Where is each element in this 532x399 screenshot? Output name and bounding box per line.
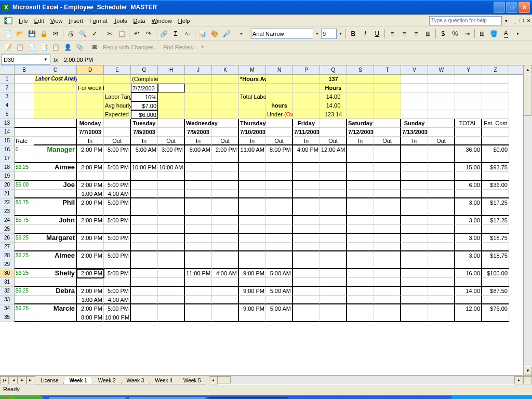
total-cell[interactable]: 3.00 [455,216,482,225]
cell[interactable] [347,110,374,119]
time-cell[interactable] [212,225,239,234]
time-cell[interactable] [374,278,401,287]
help-search-input[interactable] [429,16,502,25]
time-cell[interactable] [293,313,320,322]
menu-view[interactable]: View [47,17,66,25]
reviewing-dropdown[interactable]: ▼ [201,45,204,49]
cell[interactable] [293,101,320,110]
time-cell[interactable] [212,216,239,225]
cell[interactable] [212,101,239,110]
time-cell[interactable] [158,304,185,313]
grid-body[interactable]: 1Labor Cost Analysis(Complete the boxes … [0,75,523,322]
time-cell[interactable] [131,313,158,322]
cell[interactable] [347,84,374,92]
time-cell[interactable] [320,198,347,207]
time-cell[interactable] [347,234,374,243]
time-cell[interactable]: 1:00 AM [77,190,104,198]
time-cell[interactable] [77,154,104,163]
in-header[interactable]: In [239,137,266,145]
worksheet-tab-week-2[interactable]: Week 2 [92,377,122,384]
fontcolor-button[interactable]: A [500,28,512,39]
time-cell[interactable]: 8:00 AM [185,145,212,154]
indent-button[interactable]: ⇥ [461,28,473,39]
fontsize-selector[interactable] [321,29,337,39]
row-header-23[interactable]: 23 [0,207,15,216]
cell[interactable] [266,92,293,101]
select-all-corner[interactable] [0,65,15,74]
column-header-J[interactable]: J [185,65,212,74]
cell[interactable] [34,154,77,163]
time-cell[interactable] [320,304,347,313]
mdi-restore[interactable]: ❐ [520,18,524,23]
cell[interactable] [15,278,34,287]
out-header[interactable]: Out [374,137,401,145]
cell[interactable] [77,101,104,110]
time-cell[interactable] [347,313,374,322]
cell[interactable] [455,313,482,322]
time-cell[interactable] [374,234,401,243]
date-header[interactable]: 7/12/2003 [347,128,374,137]
time-cell[interactable] [401,313,428,322]
time-cell[interactable] [158,190,185,198]
row-header-19[interactable]: 19 [0,172,15,181]
cell[interactable] [15,119,34,128]
day-header[interactable]: Saturday [347,119,374,128]
time-cell[interactable] [320,190,347,198]
time-cell[interactable] [293,225,320,234]
time-cell[interactable] [401,216,428,225]
cost-cell[interactable]: $75.00 [482,304,509,313]
date-header[interactable]: 7/9/2003 [185,128,212,137]
rate-cell[interactable]: $6.00 [15,181,34,190]
time-cell[interactable]: 5:00 PM [104,304,131,313]
rate-cell[interactable]: $6.25 [15,234,34,243]
column-header-Y[interactable]: Y [455,65,482,74]
time-cell[interactable] [428,278,455,287]
cell[interactable] [482,84,509,92]
cell[interactable] [482,75,509,84]
time-cell[interactable] [158,278,185,287]
row-header-25[interactable]: 25 [0,225,15,234]
cell[interactable] [428,92,455,101]
time-cell[interactable] [212,234,239,243]
time-cell[interactable] [401,251,428,260]
time-cell[interactable] [428,190,455,198]
time-cell[interactable] [401,172,428,181]
tab-last-button[interactable]: ▸| [26,376,35,384]
cell[interactable] [293,84,320,92]
time-cell[interactable] [374,313,401,322]
italic-button[interactable]: I [360,28,371,39]
fillcolor-button[interactable]: 🪣 [488,28,500,39]
cell[interactable] [401,84,428,92]
time-cell[interactable] [212,181,239,190]
cell[interactable] [212,84,239,92]
email-button[interactable]: ✉ [50,28,61,39]
time-cell[interactable] [401,163,428,172]
time-cell[interactable] [428,313,455,322]
time-cell[interactable] [104,172,131,181]
column-header-E[interactable]: E [104,65,131,74]
time-cell[interactable] [158,216,185,225]
time-cell[interactable]: 2:00 PM [77,234,104,243]
time-cell[interactable] [293,269,320,278]
cell[interactable] [15,243,34,251]
time-cell[interactable] [239,216,266,225]
time-cell[interactable] [239,190,266,198]
cell[interactable] [158,119,185,128]
time-cell[interactable] [266,172,293,181]
chart-button[interactable]: 📊 [197,28,208,39]
time-cell[interactable] [158,172,185,181]
time-cell[interactable]: 5:00 AM [266,287,293,296]
column-header-K[interactable]: K [212,65,239,74]
time-cell[interactable] [77,260,104,269]
column-header-S[interactable]: S [347,65,374,74]
cell[interactable] [15,154,34,163]
time-cell[interactable] [185,163,212,172]
time-cell[interactable] [428,243,455,251]
formula-value[interactable]: 2:00:00 PM [62,57,95,63]
vertical-scrollbar[interactable]: ▲ ▼ [523,65,532,375]
time-cell[interactable] [347,216,374,225]
under-over-label[interactable]: Under (Over) [266,110,293,119]
hours-label[interactable]: Hours [320,84,347,92]
out-header[interactable]: Out [428,137,455,145]
worksheet-tab-week-3[interactable]: Week 3 [121,377,150,384]
